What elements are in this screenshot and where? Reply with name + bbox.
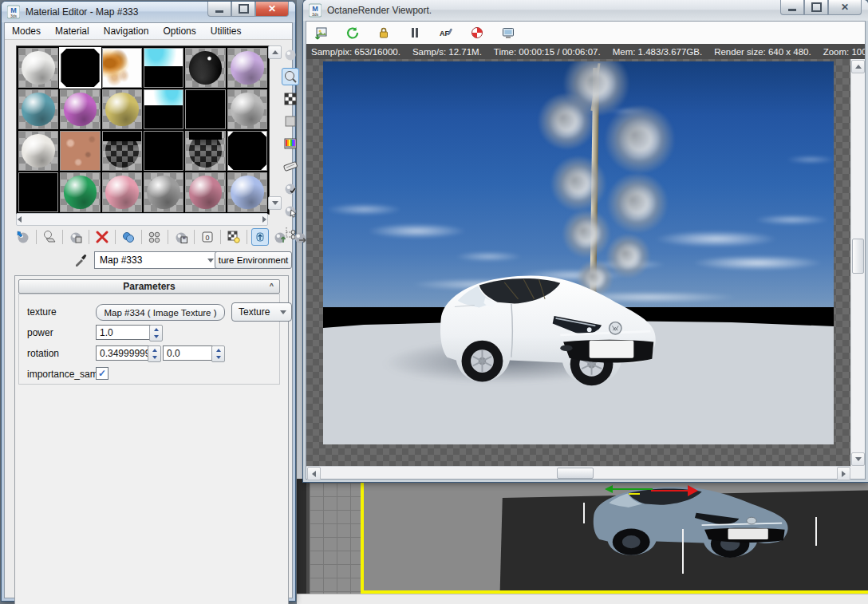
- render-mode-icon[interactable]: [468, 24, 486, 41]
- material-slot-18[interactable]: [227, 131, 267, 171]
- pause-render-icon[interactable]: [406, 24, 424, 41]
- texture-type-dropdown[interactable]: Texture: [231, 302, 292, 322]
- reset-map-icon[interactable]: [93, 228, 111, 246]
- save-render-icon[interactable]: [313, 24, 330, 41]
- menu-navigation[interactable]: Navigation: [97, 24, 156, 38]
- restart-render-icon[interactable]: [344, 24, 361, 41]
- material-slot-1[interactable]: [18, 48, 58, 88]
- video-color-check-icon[interactable]: [282, 135, 299, 152]
- collapse-chevron-icon[interactable]: ^: [267, 282, 276, 290]
- scroll-left-arrow[interactable]: [18, 216, 22, 223]
- material-sample-grid: [16, 45, 270, 215]
- restore-button[interactable]: [231, 2, 255, 17]
- scroll-down-button[interactable]: [851, 452, 865, 466]
- sample-scroll-down-button[interactable]: [268, 196, 282, 210]
- material-slot-17[interactable]: [185, 131, 225, 171]
- menu-options[interactable]: Options: [156, 24, 203, 38]
- rotation-x-spinner[interactable]: [148, 345, 161, 362]
- sample-type-sphere-icon[interactable]: [282, 45, 299, 63]
- show-map-in-viewport-icon[interactable]: [225, 228, 243, 246]
- material-slot-19[interactable]: [18, 172, 58, 212]
- menu-utilities[interactable]: Utilities: [203, 24, 249, 38]
- sample-scroll-up-button[interactable]: [268, 45, 282, 59]
- material-options-icon[interactable]: [282, 180, 299, 197]
- sample-horizontal-scrollbar[interactable]: [16, 213, 268, 226]
- material-editor-titlebar[interactable]: M3ds Material Editor - Map #333 ✕: [2, 2, 295, 22]
- select-by-material-icon[interactable]: [282, 202, 299, 219]
- scroll-up-button[interactable]: [851, 60, 865, 73]
- material-slot-4[interactable]: [144, 48, 183, 88]
- close-button[interactable]: ✕: [828, 0, 862, 15]
- horizontal-scrollbar[interactable]: [306, 466, 851, 479]
- power-spinner[interactable]: [149, 325, 163, 341]
- rotation-y-input[interactable]: 0.0: [163, 345, 214, 361]
- make-unique-icon[interactable]: [146, 228, 164, 246]
- material-name-dropdown[interactable]: Map #333: [94, 251, 219, 269]
- horizontal-scroll-thumb[interactable]: [557, 468, 594, 479]
- minimize-button[interactable]: [780, 0, 804, 15]
- parameters-rollout-header[interactable]: Parameters ^: [18, 279, 280, 294]
- material-slot-2[interactable]: [59, 47, 101, 89]
- material-slot-13[interactable]: [18, 131, 58, 171]
- material-slot-3[interactable]: [102, 48, 142, 88]
- scroll-right-arrow[interactable]: [262, 216, 266, 223]
- scroll-left-button[interactable]: [307, 467, 321, 480]
- vertical-scroll-thumb[interactable]: [852, 239, 864, 274]
- menu-material[interactable]: Material: [48, 24, 97, 38]
- close-button[interactable]: ✕: [255, 2, 289, 17]
- make-material-copy-icon[interactable]: [120, 228, 137, 246]
- eyedropper-icon[interactable]: [72, 251, 89, 269]
- sample-uv-tiling-icon[interactable]: [282, 113, 299, 130]
- rotation-x-input[interactable]: 0.34999999: [96, 345, 150, 361]
- assign-material-to-selection-icon[interactable]: [67, 228, 85, 246]
- octane-titlebar[interactable]: M3ds OctaneRender Viewport. ✕: [303, 0, 868, 21]
- put-material-to-scene-icon[interactable]: [41, 228, 58, 246]
- material-slot-22[interactable]: [144, 172, 183, 212]
- gizmo-plane-handle[interactable]: [629, 493, 640, 495]
- material-slot-24[interactable]: [227, 172, 267, 212]
- gizmo-x-axis[interactable]: [651, 490, 689, 491]
- vertical-scrollbar[interactable]: [850, 59, 865, 467]
- material-slot-23[interactable]: [185, 172, 225, 212]
- material-slot-11[interactable]: [185, 89, 225, 129]
- power-input[interactable]: 1.0: [96, 325, 152, 340]
- resize-grip[interactable]: [851, 467, 865, 479]
- material-slot-16[interactable]: [144, 131, 183, 171]
- material-slot-9[interactable]: [102, 89, 142, 129]
- material-slot-8[interactable]: [60, 89, 100, 129]
- rotation-y-spinner[interactable]: [211, 345, 225, 362]
- material-slot-21[interactable]: [102, 172, 142, 212]
- make-preview-icon[interactable]: [282, 157, 299, 175]
- scroll-right-button[interactable]: [837, 467, 850, 480]
- minimize-button[interactable]: [207, 2, 231, 17]
- material-type-button[interactable]: ture Environment: [215, 251, 292, 269]
- material-slot-5[interactable]: [185, 48, 225, 88]
- material-slot-12[interactable]: [227, 89, 267, 129]
- go-forward-to-sibling-icon[interactable]: [291, 228, 309, 246]
- get-material-icon[interactable]: [14, 228, 32, 246]
- go-to-parent-icon[interactable]: [271, 228, 289, 246]
- menu-modes[interactable]: Modes: [5, 24, 48, 38]
- render-canvas[interactable]: [306, 59, 851, 467]
- material-slot-20[interactable]: [60, 172, 100, 212]
- viewport-display-icon[interactable]: [499, 24, 517, 41]
- restore-button[interactable]: [804, 0, 828, 15]
- viewport-grid-top[interactable]: [306, 483, 364, 594]
- material-slot-15[interactable]: [102, 131, 142, 171]
- material-id-channel-icon[interactable]: 0: [199, 228, 216, 246]
- background-checker-icon[interactable]: [282, 90, 299, 108]
- material-slot-6[interactable]: [227, 48, 267, 88]
- material-slot-7[interactable]: [18, 89, 58, 129]
- stat-zoom-level: Zoom: 100%.: [823, 47, 865, 57]
- material-slot-14[interactable]: [60, 131, 100, 171]
- put-to-library-icon[interactable]: [172, 228, 190, 246]
- importance-sample-checkbox[interactable]: ✓: [96, 367, 108, 380]
- material-slot-10[interactable]: [144, 89, 183, 129]
- autofocus-icon[interactable]: AF: [437, 24, 455, 41]
- show-end-result-icon[interactable]: [251, 228, 269, 246]
- lock-render-icon[interactable]: [375, 24, 393, 41]
- gizmo-y-axis[interactable]: [613, 488, 653, 490]
- texture-map-button[interactable]: Map #334 ( Image Texture ): [96, 304, 225, 321]
- viewport-perspective[interactable]: [364, 483, 868, 591]
- magnify-sample-icon[interactable]: [282, 68, 299, 85]
